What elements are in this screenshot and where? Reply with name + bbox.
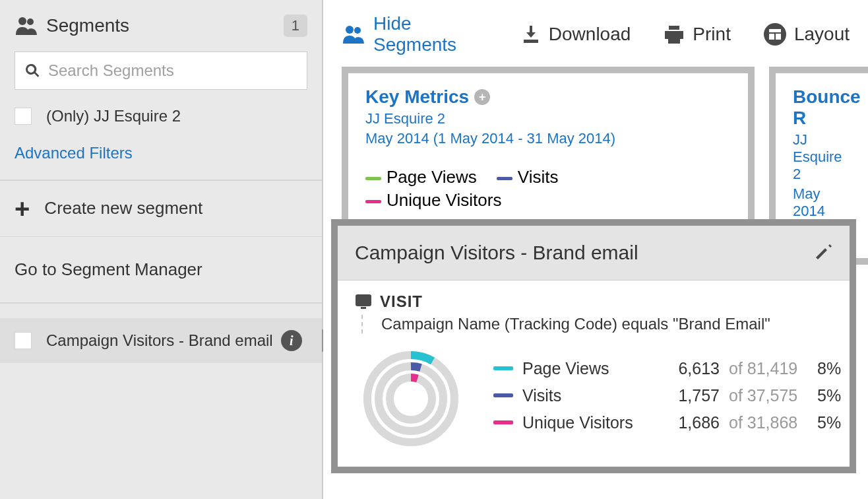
metric-pct: 8% xyxy=(817,359,850,378)
segments-header: Segments 1 xyxy=(0,0,322,45)
metric-row: Visits 1,757 of 37,575 5% xyxy=(493,382,850,409)
download-button[interactable]: Download xyxy=(521,24,631,45)
widget-date: May 2014 (1 May 2014 - 31 May 2014) xyxy=(365,130,731,147)
legend-item: Unique Visitors xyxy=(365,190,501,211)
segment-item-campaign-visitors[interactable]: Campaign Visitors - Brand email i xyxy=(0,318,322,363)
edit-icon[interactable] xyxy=(814,244,832,262)
info-icon[interactable]: i xyxy=(281,330,302,351)
svg-point-16 xyxy=(390,378,432,420)
widget-date: May 2014 xyxy=(793,185,851,220)
segments-sidebar: Segments 1 (Only) JJ Esquire 2 Advanced … xyxy=(0,0,323,499)
checkbox[interactable] xyxy=(15,108,32,125)
legend-label: Page Views xyxy=(387,167,477,187)
svg-rect-9 xyxy=(769,34,774,40)
widget-title: Key Metrics + xyxy=(365,86,731,108)
metric-of: of 81,419 xyxy=(729,359,808,378)
metric-color-swatch xyxy=(493,366,513,370)
search-wrap xyxy=(0,45,322,99)
segments-title: Segments xyxy=(46,15,284,36)
visit-label: VISIT xyxy=(380,292,423,311)
add-icon[interactable]: + xyxy=(474,89,490,105)
metric-color-swatch xyxy=(493,420,513,424)
svg-point-0 xyxy=(18,17,26,25)
search-input[interactable] xyxy=(48,61,297,80)
metric-row: Unique Visitors 1,686 of 31,868 5% xyxy=(493,409,850,436)
legend-item: Page Views xyxy=(365,167,477,187)
visit-icon xyxy=(355,293,372,310)
widget-title-text: Key Metrics xyxy=(365,86,469,108)
widget-title: Bounce R xyxy=(793,86,851,129)
advanced-filters-link[interactable]: Advanced Filters xyxy=(0,133,322,180)
widget-subtitle: JJ Esquire 2 xyxy=(793,131,851,183)
create-segment-label: Create new segment xyxy=(44,198,202,218)
svg-point-1 xyxy=(27,18,34,25)
visit-scope-row: VISIT xyxy=(355,292,832,311)
goto-segment-manager-link[interactable]: Go to Segment Manager xyxy=(0,237,322,303)
metrics-area: Page Views 6,613 of 81,419 8% Visits 1,7… xyxy=(355,343,832,448)
people-icon xyxy=(15,15,38,36)
layout-icon xyxy=(764,23,786,46)
widget-subtitle: JJ Esquire 2 xyxy=(365,110,731,127)
plus-icon: + xyxy=(15,195,30,222)
chart-legend: Page Views Visits Unique Visitors xyxy=(365,167,731,211)
metric-label: Visits xyxy=(522,386,651,405)
donut-chart xyxy=(355,343,474,448)
metric-value: 6,613 xyxy=(660,359,720,378)
segment-item-label: Campaign Visitors - Brand email xyxy=(46,331,273,350)
svg-point-2 xyxy=(346,26,354,34)
search-icon xyxy=(24,63,40,79)
segment-rule: Campaign Name (Tracking Code) equals "Br… xyxy=(361,315,832,333)
svg-point-7 xyxy=(764,23,786,46)
metric-pct: 5% xyxy=(817,413,850,432)
svg-rect-8 xyxy=(769,29,781,32)
metric-label: Page Views xyxy=(522,359,651,378)
search-box[interactable] xyxy=(15,51,307,90)
hide-segments-button[interactable]: Hide Segments xyxy=(342,13,488,55)
segment-item-label: (Only) JJ Esquire 2 xyxy=(46,107,181,125)
popover-title: Campaign Visitors - Brand email xyxy=(355,242,814,264)
print-label: Print xyxy=(693,24,731,45)
svg-rect-10 xyxy=(776,34,781,40)
popover-body: VISIT Campaign Name (Tracking Code) equa… xyxy=(338,281,850,467)
legend-label: Unique Visitors xyxy=(387,190,501,210)
download-label: Download xyxy=(549,24,631,45)
metric-of: of 31,868 xyxy=(729,413,808,432)
metric-value: 1,757 xyxy=(660,386,720,405)
metric-pct: 5% xyxy=(817,386,850,405)
svg-point-3 xyxy=(354,27,361,34)
legend-label: Visits xyxy=(518,167,559,187)
svg-point-12 xyxy=(361,298,365,302)
legend-item: Visits xyxy=(497,167,559,187)
print-button[interactable]: Print xyxy=(664,24,731,45)
toolbar: Hide Segments Download Print xyxy=(323,0,868,69)
popover-header: Campaign Visitors - Brand email xyxy=(338,226,850,281)
checkbox[interactable] xyxy=(15,332,32,349)
metric-color-swatch xyxy=(493,393,513,397)
layout-button[interactable]: Layout xyxy=(764,23,850,46)
print-icon xyxy=(664,24,685,44)
metric-row: Page Views 6,613 of 81,419 8% xyxy=(493,355,850,382)
segment-item-only-jj[interactable]: (Only) JJ Esquire 2 xyxy=(0,99,322,133)
svg-rect-5 xyxy=(669,26,679,30)
hide-segments-label: Hide Segments xyxy=(373,13,488,55)
layout-label: Layout xyxy=(794,24,850,45)
svg-rect-13 xyxy=(361,307,366,309)
people-icon xyxy=(342,24,365,45)
metric-of: of 37,575 xyxy=(729,386,808,405)
metric-label: Unique Visitors xyxy=(522,413,651,432)
segment-detail-popover: Campaign Visitors - Brand email VISIT Ca… xyxy=(331,219,856,473)
segments-count-badge: 1 xyxy=(284,15,307,37)
svg-rect-6 xyxy=(669,36,679,43)
create-segment-button[interactable]: + Create new segment xyxy=(0,181,322,237)
widget-title-text: Bounce R xyxy=(793,86,861,129)
download-icon xyxy=(521,24,541,44)
svg-rect-4 xyxy=(524,40,538,43)
metric-value: 1,686 xyxy=(660,413,720,432)
metric-rows: Page Views 6,613 of 81,419 8% Visits 1,7… xyxy=(493,355,850,436)
